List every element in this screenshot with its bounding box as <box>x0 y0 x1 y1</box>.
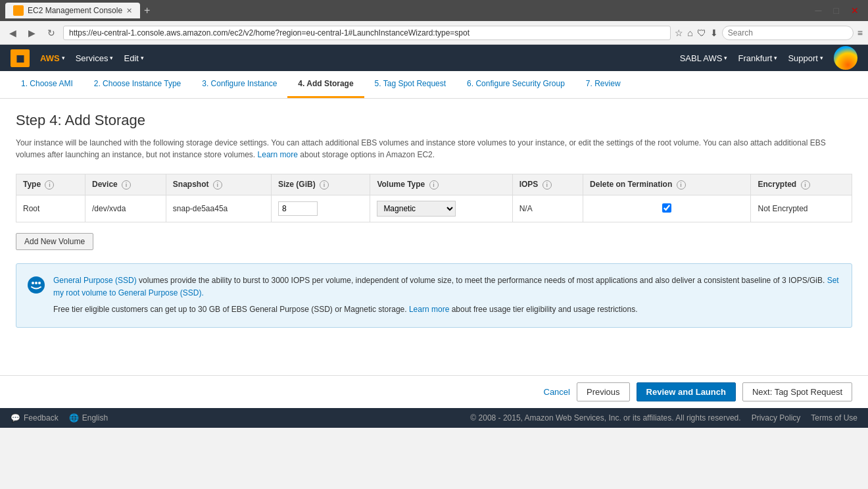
download-icon[interactable]: ⬇ <box>710 28 718 38</box>
type-info-icon[interactable]: i <box>45 180 54 190</box>
wizard-step-6[interactable]: 6. Configure Security Group <box>456 71 575 98</box>
wizard-step-1-label: 1. Choose AMI <box>21 79 73 88</box>
feedback-icon: 💬 <box>11 413 20 423</box>
info-line3: about free usage tier eligibility and us… <box>452 305 638 314</box>
wizard-step-7-label: 7. Review <box>586 79 621 88</box>
close-btn[interactable]: ✕ <box>847 4 863 17</box>
region-nav-item[interactable]: Frankfurt ▾ <box>738 53 777 63</box>
col-iops: IOPS i <box>512 174 583 195</box>
volume-type-select[interactable]: Magnetic General Purpose SSD (gp2) Provi… <box>377 201 456 217</box>
row-iops: N/A <box>512 195 583 222</box>
footer-right: © 2008 - 2015, Amazon Web Services, Inc.… <box>470 413 857 423</box>
tab-title: EC2 Management Console <box>28 6 122 15</box>
forward-btn[interactable]: ▶ <box>24 26 39 39</box>
language-label: English <box>82 413 108 423</box>
edit-label: Edit <box>124 53 138 63</box>
delete-on-termination-info-icon[interactable]: i <box>677 180 686 190</box>
home-icon[interactable]: ⌂ <box>687 28 692 38</box>
language-section[interactable]: 🌐 English <box>69 413 108 423</box>
previous-button[interactable]: Previous <box>577 382 630 401</box>
row-encrypted: Not Encrypted <box>751 195 852 222</box>
star-icon[interactable]: ☆ <box>675 28 683 38</box>
browser-search-input[interactable] <box>722 26 854 40</box>
browser-titlebar: EC2 Management Console ✕ + ─ □ ✕ <box>0 0 868 21</box>
globe-icon: 🌐 <box>69 413 79 423</box>
aws-logo: ◼ <box>11 49 30 67</box>
wizard-step-6-label: 6. Configure Security Group <box>467 79 565 88</box>
edit-nav-item[interactable]: Edit ▾ <box>124 53 143 63</box>
aws-topnav: ◼ AWS ▾ Services ▾ Edit ▾ SABL AWS ▾ Fra… <box>0 45 868 71</box>
volume-type-info-icon[interactable]: i <box>429 180 439 190</box>
encrypted-info-icon[interactable]: i <box>801 180 810 190</box>
iops-info-icon[interactable]: i <box>542 180 552 190</box>
tab-close-icon[interactable]: ✕ <box>126 7 132 15</box>
learn-more-link2[interactable]: Learn more <box>409 305 449 314</box>
cancel-button[interactable]: Cancel <box>544 387 570 397</box>
device-info-icon[interactable]: i <box>122 180 131 190</box>
info-box-icon <box>27 276 45 317</box>
snapshot-info-icon[interactable]: i <box>213 180 222 190</box>
col-snapshot: Snapshot i <box>166 174 271 195</box>
gp-ssd-link[interactable]: General Purpose (SSD) <box>53 276 137 285</box>
wizard-step-1[interactable]: 1. Choose AMI <box>11 71 84 98</box>
browser-icons: ☆ ⌂ 🛡 ⬇ <box>675 28 717 38</box>
learn-more-link[interactable]: Learn more <box>258 150 298 159</box>
wizard-step-5-label: 5. Tag Spot Request <box>375 79 446 88</box>
privacy-policy-link[interactable]: Privacy Policy <box>752 413 801 423</box>
svg-point-3 <box>38 282 41 284</box>
row-volume-type[interactable]: Magnetic General Purpose SSD (gp2) Provi… <box>370 195 512 222</box>
browser-tab[interactable]: EC2 Management Console ✕ <box>5 3 140 18</box>
info-line1: volumes provide the ability to burst to … <box>139 276 827 285</box>
url-bar[interactable] <box>63 26 671 40</box>
tab-add-icon[interactable]: + <box>144 5 150 16</box>
review-launch-button[interactable]: Review and Launch <box>637 382 736 401</box>
wizard-nav: 1. Choose AMI 2. Choose Instance Type 3.… <box>0 71 868 99</box>
refresh-btn[interactable]: ↻ <box>43 26 59 39</box>
action-bar: Cancel Previous Review and Launch Next: … <box>0 375 868 408</box>
row-delete-on-termination[interactable] <box>583 195 751 222</box>
info-box-content: General Purpose (SSD) volumes provide th… <box>53 274 841 317</box>
feedback-label: Feedback <box>24 413 59 423</box>
menu-icon[interactable]: ≡ <box>857 28 863 38</box>
wizard-step-5[interactable]: 5. Tag Spot Request <box>364 71 457 98</box>
support-label: Support <box>788 53 818 63</box>
wizard-step-4-label: 4. Add Storage <box>298 79 353 88</box>
row-device: /dev/xvda <box>85 195 166 222</box>
services-nav-item[interactable]: Services ▾ <box>76 53 114 63</box>
info-box: General Purpose (SSD) volumes provide th… <box>16 263 852 328</box>
minimize-btn[interactable]: ─ <box>811 4 826 17</box>
back-btn[interactable]: ◀ <box>5 26 20 39</box>
wizard-step-3[interactable]: 3. Configure Instance <box>191 71 287 98</box>
next-button[interactable]: Next: Tag Spot Request <box>742 382 852 401</box>
support-nav-item[interactable]: Support ▾ <box>788 53 823 63</box>
row-snapshot: snap-de5aa45a <box>166 195 271 222</box>
feedback-section[interactable]: 💬 Feedback <box>11 413 59 423</box>
aws-text: AWS <box>40 53 60 63</box>
services-caret-icon: ▾ <box>110 55 113 61</box>
page-title: Step 4: Add Storage <box>16 112 852 129</box>
wizard-step-7[interactable]: 7. Review <box>575 71 631 98</box>
wizard-step-3-label: 3. Configure Instance <box>202 79 277 88</box>
svg-point-1 <box>32 282 34 284</box>
shield-icon[interactable]: 🛡 <box>697 28 706 38</box>
page-desc-suffix: about storage options in Amazon EC2. <box>300 150 435 159</box>
account-label: SABL AWS <box>680 53 723 63</box>
account-nav-item[interactable]: SABL AWS ▾ <box>680 53 728 63</box>
row-size[interactable] <box>272 195 370 222</box>
delete-on-termination-checkbox[interactable] <box>662 203 671 213</box>
size-info-icon[interactable]: i <box>320 180 329 190</box>
col-volume-type: Volume Type i <box>370 174 512 195</box>
copyright-text: © 2008 - 2015, Amazon Web Services, Inc.… <box>470 413 740 423</box>
size-input[interactable] <box>278 201 318 216</box>
wizard-step-4[interactable]: 4. Add Storage <box>287 71 364 98</box>
page-description: Your instance will be launched with the … <box>16 137 852 161</box>
col-size: Size (GiB) i <box>272 174 370 195</box>
wizard-step-2[interactable]: 2. Choose Instance Type <box>84 71 192 98</box>
aws-caret-icon: ▾ <box>62 55 65 61</box>
maximize-btn[interactable]: □ <box>830 4 843 17</box>
table-header-row: Type i Device i Snapshot i Size (GiB) i <box>16 174 852 195</box>
col-device: Device i <box>85 174 166 195</box>
add-volume-button[interactable]: Add New Volume <box>16 233 93 250</box>
terms-of-use-link[interactable]: Terms of Use <box>811 413 857 423</box>
main-content: Step 4: Add Storage Your instance will b… <box>0 99 868 375</box>
